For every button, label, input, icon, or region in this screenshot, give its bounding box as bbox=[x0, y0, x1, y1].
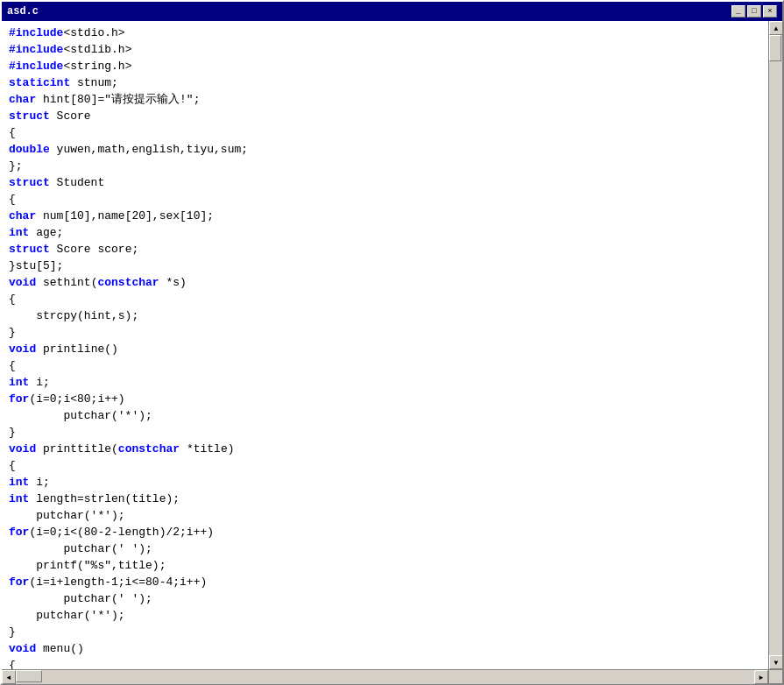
window-controls: _ □ × bbox=[731, 5, 777, 18]
table-row: putchar(' '); bbox=[2, 540, 768, 557]
table-row: { bbox=[2, 291, 768, 307]
table-row: char num[10],name[20],sex[10]; bbox=[2, 208, 768, 224]
horizontal-scrollbar[interactable]: ◄ ► bbox=[2, 669, 768, 683]
table-row: }stu[5]; bbox=[2, 258, 768, 274]
scroll-down-button[interactable]: ▼ bbox=[769, 655, 782, 669]
table-row: } bbox=[2, 624, 768, 640]
table-row: for(i=i+length-1;i<=80-4;i++) bbox=[2, 574, 768, 590]
table-row: { bbox=[2, 357, 768, 374]
table-row: static int stnum; bbox=[2, 74, 768, 91]
table-row: struct Score bbox=[2, 108, 768, 124]
table-row: char hint[80]="请按提示输入!"; bbox=[2, 91, 768, 108]
table-row: double yuwen,math,english,tiyu,sum; bbox=[2, 141, 768, 158]
table-row: for(i=0;i<(80-2-length)/2;i++) bbox=[2, 524, 768, 540]
table-row: putchar('*'); bbox=[2, 407, 768, 424]
scroll-right-button[interactable]: ► bbox=[754, 670, 768, 684]
table-row: putchar('*'); bbox=[2, 507, 768, 524]
table-row: }; bbox=[2, 158, 768, 174]
editor-area: #include<stdio.h>#include<stdlib.h>#incl… bbox=[2, 21, 782, 669]
table-row: #include<stdio.h> bbox=[2, 25, 768, 41]
table-row: int age; bbox=[2, 224, 768, 241]
vertical-scrollbar[interactable]: ▲ ▼ bbox=[768, 21, 782, 669]
table-row: printf("%s",title); bbox=[2, 557, 768, 574]
table-row: putchar(' '); bbox=[2, 590, 768, 607]
scroll-thumb-h[interactable] bbox=[16, 670, 42, 682]
table-row: { bbox=[2, 191, 768, 208]
scrollbar-corner bbox=[768, 669, 782, 683]
minimize-button[interactable]: _ bbox=[731, 5, 745, 18]
main-window: asd.c _ □ × #include<stdio.h>#include<st… bbox=[0, 0, 784, 685]
table-row: #include<stdlib.h> bbox=[2, 41, 768, 58]
maximize-button[interactable]: □ bbox=[747, 5, 761, 18]
title-bar: asd.c _ □ × bbox=[2, 2, 782, 21]
table-row: for(i=0;i<80;i++) bbox=[2, 391, 768, 407]
table-row: struct Student bbox=[2, 174, 768, 191]
table-row: void printtitle(const char *title) bbox=[2, 441, 768, 457]
table-row: } bbox=[2, 424, 768, 441]
table-row: putchar('*'); bbox=[2, 607, 768, 624]
table-row: #include<string.h> bbox=[2, 58, 768, 74]
table-row: { bbox=[2, 124, 768, 141]
close-button[interactable]: × bbox=[763, 5, 777, 18]
table-row: int i; bbox=[2, 374, 768, 391]
scroll-thumb-v[interactable] bbox=[769, 35, 781, 61]
bottom-bar: ◄ ► bbox=[2, 669, 782, 683]
table-row: } bbox=[2, 324, 768, 341]
table-row: void sethint(const char *s) bbox=[2, 274, 768, 291]
table-row: strcpy(hint,s); bbox=[2, 307, 768, 324]
table-row: int i; bbox=[2, 474, 768, 491]
scroll-up-button[interactable]: ▲ bbox=[769, 21, 782, 35]
table-row: void printline() bbox=[2, 341, 768, 357]
scroll-track-v[interactable] bbox=[769, 35, 782, 655]
window-title: asd.c bbox=[7, 5, 39, 18]
table-row: struct Score score; bbox=[2, 241, 768, 258]
code-editor[interactable]: #include<stdio.h>#include<stdlib.h>#incl… bbox=[2, 21, 768, 669]
scroll-left-button[interactable]: ◄ bbox=[2, 670, 16, 684]
table-row: { bbox=[2, 457, 768, 474]
scroll-track-h[interactable] bbox=[16, 670, 754, 684]
table-row: { bbox=[2, 657, 768, 669]
table-row: int length=strlen(title); bbox=[2, 491, 768, 507]
table-row: void menu() bbox=[2, 640, 768, 657]
